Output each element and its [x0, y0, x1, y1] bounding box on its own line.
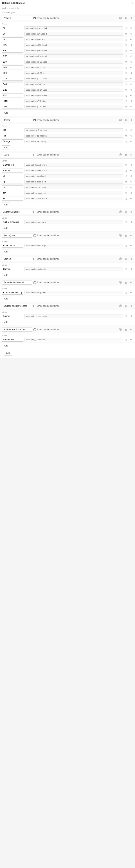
- combined-checkbox-padding[interactable]: [34, 17, 36, 19]
- section-title-input-expandable-description[interactable]: [2, 280, 32, 285]
- style-name-input[interactable]: [2, 196, 24, 200]
- style-drag-handle[interactable]: ✥: [129, 180, 133, 184]
- style-delete-button[interactable]: 🗑: [124, 88, 128, 92]
- style-delete-button[interactable]: 🗑: [124, 140, 128, 144]
- section-title-input-padding[interactable]: [2, 16, 32, 20]
- section-drag-handle-author-signature[interactable]: ✥: [129, 210, 133, 214]
- add-style-button-border[interactable]: Add: [2, 145, 10, 150]
- section-delete-button-expandable-description[interactable]: 🗑: [124, 280, 128, 284]
- section-info-icon-subfeature-extra-text[interactable]: ⓘ: [119, 328, 122, 332]
- info-icon[interactable]: ⓘ: [131, 1, 133, 4]
- style-drag-handle[interactable]: ✥: [129, 196, 133, 200]
- style-delete-button[interactable]: 🗑: [124, 244, 128, 248]
- section-drag-handle-caption[interactable]: ✥: [129, 257, 133, 261]
- style-drag-handle[interactable]: ✥: [129, 174, 133, 178]
- style-drag-handle[interactable]: ✥: [129, 77, 133, 81]
- style-delete-button[interactable]: 🗑: [124, 65, 128, 69]
- add-style-button-author-signature[interactable]: Add: [2, 226, 10, 230]
- combined-checkbox-border[interactable]: [34, 119, 36, 121]
- section-info-icon-padding[interactable]: ⓘ: [119, 16, 122, 20]
- section-info-icon-expandable-description[interactable]: ⓘ: [119, 280, 122, 284]
- add-style-button-subfeature-extra-text[interactable]: Add: [2, 344, 10, 348]
- section-title-input-caption[interactable]: [2, 257, 32, 261]
- section-delete-button-padding[interactable]: 🗑: [124, 16, 128, 20]
- section-title-input-author-signature[interactable]: [2, 210, 32, 214]
- style-delete-button[interactable]: 🗑: [124, 163, 128, 167]
- style-delete-button[interactable]: 🗑: [124, 82, 128, 86]
- style-delete-button[interactable]: 🗑: [124, 185, 128, 189]
- style-drag-handle[interactable]: ✥: [129, 191, 133, 195]
- style-name-input[interactable]: [2, 191, 24, 195]
- section-delete-button-border[interactable]: 🗑: [124, 118, 128, 122]
- style-drag-handle[interactable]: ✥: [129, 244, 133, 248]
- style-delete-button[interactable]: 🗑: [124, 196, 128, 200]
- style-delete-button[interactable]: 🗑: [124, 54, 128, 58]
- combined-checkbox-caption[interactable]: [34, 258, 36, 260]
- style-drag-handle[interactable]: ✥: [129, 82, 133, 86]
- style-name-input[interactable]: [2, 105, 24, 109]
- style-name-input[interactable]: [2, 314, 24, 318]
- section-delete-button-author-signature[interactable]: 🗑: [124, 210, 128, 214]
- section-title-input-sources-and-references[interactable]: [2, 304, 32, 308]
- combined-checkbox-sizing[interactable]: [34, 154, 36, 156]
- style-name-input[interactable]: [2, 168, 24, 173]
- style-drag-handle[interactable]: ✥: [129, 37, 133, 41]
- combined-checkbox-sources-and-references[interactable]: [34, 305, 36, 307]
- section-drag-handle-expandable-description[interactable]: ✥: [129, 280, 133, 284]
- section-delete-button-subfeature-extra-text[interactable]: 🗑: [124, 328, 128, 332]
- style-drag-handle[interactable]: ✥: [129, 314, 133, 318]
- section-delete-button-block-quote[interactable]: 🗑: [124, 234, 128, 238]
- style-name-input[interactable]: [2, 290, 24, 294]
- style-name-input[interactable]: [2, 134, 24, 138]
- style-delete-button[interactable]: 🗑: [124, 37, 128, 41]
- style-name-input[interactable]: [2, 71, 24, 75]
- section-info-icon-sizing[interactable]: ⓘ: [119, 153, 122, 157]
- style-drag-handle[interactable]: ✥: [129, 163, 133, 167]
- style-drag-handle[interactable]: ✥: [129, 49, 133, 53]
- style-delete-button[interactable]: 🗑: [124, 49, 128, 53]
- style-drag-handle[interactable]: ✥: [129, 43, 133, 47]
- bottom-add-button[interactable]: Add: [4, 351, 12, 355]
- section-title-input-block-quote[interactable]: [2, 233, 32, 238]
- section-drag-handle-sources-and-references[interactable]: ✥: [129, 304, 133, 308]
- combined-checkbox-author-signature[interactable]: [34, 211, 36, 213]
- style-delete-button[interactable]: 🗑: [124, 26, 128, 30]
- style-drag-handle[interactable]: ✥: [129, 88, 133, 92]
- style-drag-handle[interactable]: ✥: [129, 267, 133, 271]
- style-name-input[interactable]: [2, 88, 24, 92]
- style-name-input[interactable]: [2, 163, 24, 167]
- combined-checkbox-expandable-description[interactable]: [34, 281, 36, 284]
- add-style-button-padding[interactable]: Add: [2, 111, 10, 115]
- section-drag-handle-subfeature-extra-text[interactable]: ✥: [129, 328, 133, 332]
- style-name-input[interactable]: [2, 49, 24, 53]
- style-drag-handle[interactable]: ✥: [129, 168, 133, 173]
- section-info-icon-caption[interactable]: ⓘ: [119, 257, 122, 261]
- style-drag-handle[interactable]: ✥: [129, 105, 133, 109]
- style-drag-handle[interactable]: ✥: [129, 338, 133, 342]
- style-name-input[interactable]: [2, 99, 24, 103]
- add-style-button-caption[interactable]: Add: [2, 273, 10, 277]
- style-delete-button[interactable]: 🗑: [124, 32, 128, 36]
- section-delete-button-caption[interactable]: 🗑: [124, 257, 128, 261]
- style-delete-button[interactable]: 🗑: [124, 71, 128, 75]
- section-delete-button-sources-and-references[interactable]: 🗑: [124, 304, 128, 308]
- style-delete-button[interactable]: 🗑: [124, 168, 128, 173]
- style-name-input[interactable]: [2, 77, 24, 81]
- style-name-input[interactable]: [2, 54, 24, 58]
- section-delete-button-sizing[interactable]: 🗑: [124, 153, 128, 157]
- style-name-input[interactable]: [2, 174, 24, 178]
- section-info-icon-block-quote[interactable]: ⓘ: [119, 234, 122, 238]
- style-delete-button[interactable]: 🗑: [124, 93, 128, 97]
- style-delete-button[interactable]: 🗑: [124, 220, 128, 224]
- style-name-input[interactable]: [2, 93, 24, 97]
- style-name-input[interactable]: [2, 128, 24, 132]
- style-drag-handle[interactable]: ✥: [129, 185, 133, 189]
- style-delete-button[interactable]: 🗑: [124, 43, 128, 47]
- style-delete-button[interactable]: 🗑: [124, 290, 128, 294]
- section-info-icon-border[interactable]: ⓘ: [119, 118, 122, 122]
- style-drag-handle[interactable]: ✥: [129, 128, 133, 132]
- section-drag-handle-border[interactable]: ✥: [129, 118, 133, 122]
- style-delete-button[interactable]: 🗑: [124, 60, 128, 64]
- style-delete-button[interactable]: 🗑: [124, 134, 128, 138]
- style-delete-button[interactable]: 🗑: [124, 128, 128, 132]
